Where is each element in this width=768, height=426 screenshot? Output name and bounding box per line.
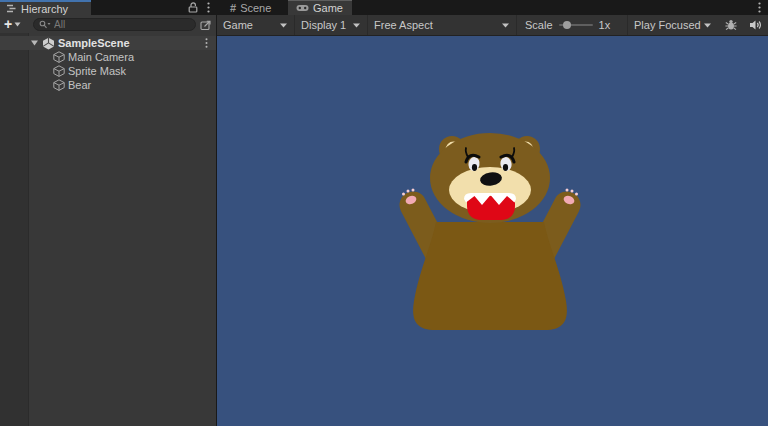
hierarchy-tree: SampleScene Main Camera	[0, 36, 216, 92]
scene-grid-icon: #	[230, 2, 236, 14]
chevron-down-icon	[703, 23, 712, 28]
hierarchy-toolbar: +	[0, 15, 216, 33]
chevron-down-icon	[279, 23, 288, 28]
hierarchy-menu-kebab-icon[interactable]	[207, 2, 210, 13]
game-menu-kebab-icon[interactable]	[758, 2, 761, 13]
slider-handle[interactable]	[563, 21, 571, 29]
gamepad-icon	[296, 4, 309, 12]
foldout-expanded-icon[interactable]	[30, 39, 39, 47]
aspect-ratio-dropdown[interactable]: Free Aspect	[368, 15, 517, 35]
unity-scene-icon	[42, 37, 55, 50]
item-label: Bear	[68, 79, 91, 91]
game-tab-label: Game	[313, 2, 343, 14]
plus-icon: +	[4, 16, 12, 32]
display-label: Display 1	[301, 19, 346, 31]
add-gameobject-button[interactable]: +	[4, 15, 21, 33]
chevron-down-icon	[352, 23, 361, 28]
speaker-icon	[749, 19, 762, 31]
play-focused-dropdown[interactable]: Play Focused	[628, 15, 718, 35]
unity-editor-window: Hierarchy +	[0, 0, 768, 426]
hierarchy-panel: Hierarchy +	[0, 0, 216, 426]
scale-slider[interactable]	[559, 21, 593, 29]
unlock-icon[interactable]	[188, 2, 198, 13]
scene-row-samplescene[interactable]: SampleScene	[0, 36, 216, 50]
bug-icon	[724, 18, 738, 32]
gameobject-cube-icon	[53, 65, 65, 77]
hierarchy-item-bear[interactable]: Bear	[0, 78, 216, 92]
game-tabbar: # Scene Game	[217, 0, 768, 15]
item-label: Sprite Mask	[68, 65, 126, 77]
aspect-label: Free Aspect	[374, 19, 433, 31]
scale-control: Scale 1x	[517, 15, 628, 35]
hierarchy-item-main-camera[interactable]: Main Camera	[0, 50, 216, 64]
open-search-window-icon[interactable]	[198, 17, 213, 32]
chevron-down-icon	[14, 22, 21, 27]
search-icon	[39, 20, 51, 29]
scene-name: SampleScene	[58, 37, 130, 49]
gameobject-cube-icon	[53, 79, 65, 91]
hierarchy-icon	[6, 4, 17, 13]
game-toolbar: Game Display 1 Free Aspect Scale 1x P	[217, 15, 768, 36]
item-label: Main Camera	[68, 51, 134, 63]
bear-sprite	[217, 36, 768, 426]
game-mode-label: Game	[223, 19, 253, 31]
mute-audio-button[interactable]	[743, 15, 768, 35]
chevron-down-icon	[501, 23, 510, 28]
game-panel: # Scene Game Game	[217, 0, 768, 426]
tab-scene[interactable]: # Scene	[222, 0, 286, 15]
hierarchy-search-field[interactable]	[33, 18, 196, 31]
game-mode-dropdown[interactable]: Game	[217, 15, 295, 35]
scale-value: 1x	[599, 19, 611, 31]
hierarchy-tabbar: Hierarchy	[0, 0, 216, 15]
hierarchy-tab-label: Hierarchy	[21, 3, 68, 15]
search-input[interactable]	[54, 19, 174, 30]
scale-label: Scale	[525, 19, 553, 31]
gameobject-cube-icon	[53, 51, 65, 63]
tab-hierarchy[interactable]: Hierarchy	[0, 0, 91, 15]
tab-game[interactable]: Game	[288, 0, 352, 15]
scene-tab-label: Scene	[240, 2, 271, 14]
play-focused-label: Play Focused	[634, 19, 701, 31]
debug-button[interactable]	[718, 15, 743, 35]
scene-options-kebab-icon[interactable]	[205, 38, 208, 48]
hierarchy-item-sprite-mask[interactable]: Sprite Mask	[0, 64, 216, 78]
display-dropdown[interactable]: Display 1	[295, 15, 368, 35]
game-viewport[interactable]	[217, 36, 768, 426]
